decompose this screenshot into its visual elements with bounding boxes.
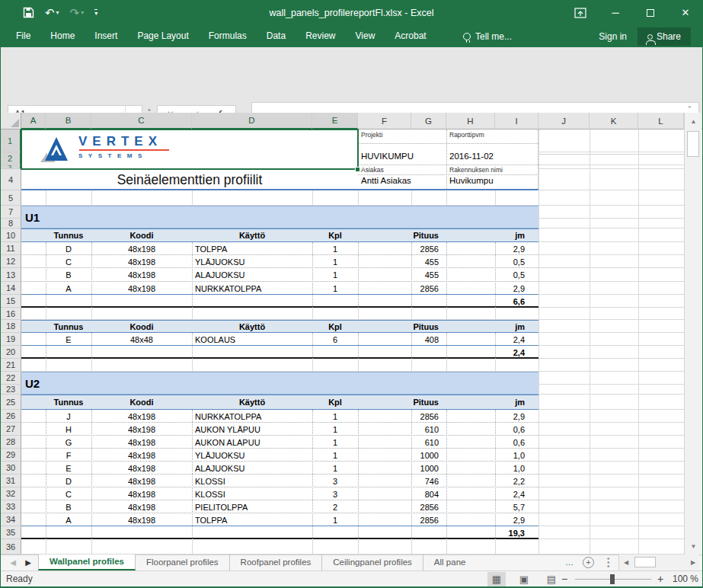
cell[interactable]: 1	[312, 255, 358, 268]
cell[interactable]: D	[46, 242, 91, 255]
cell[interactable]: 1	[312, 410, 358, 423]
row-header-8[interactable]: 8	[0, 219, 21, 228]
cell[interactable]: 2856	[358, 410, 446, 423]
cell[interactable]: 6	[312, 333, 358, 346]
zoom-in-icon[interactable]: +	[657, 571, 663, 587]
ribbon-tab-acrobat[interactable]: Acrobat	[385, 25, 436, 47]
row-header-10[interactable]: 10	[0, 228, 21, 242]
cell[interactable]: 3	[312, 475, 358, 487]
cell[interactable]: ALAJUOKSU	[192, 268, 312, 282]
cell[interactable]: 48x198	[91, 462, 192, 475]
cell[interactable]: 48x198	[91, 268, 192, 282]
column-header-C[interactable]: C	[91, 113, 192, 129]
row-header-36[interactable]: 36	[0, 539, 21, 554]
zoom-out-icon[interactable]: −	[561, 571, 567, 587]
cell[interactable]: 1000	[358, 449, 446, 462]
undo-icon[interactable]: ↶▾	[45, 7, 59, 18]
cell[interactable]: Käyttö	[192, 395, 312, 410]
cell[interactable]: 48x198	[91, 500, 192, 513]
row-header-32[interactable]: 32	[0, 487, 21, 500]
row-header-33[interactable]: 33	[0, 500, 21, 513]
vertical-scroll-thumb[interactable]	[687, 131, 699, 157]
row-header-34[interactable]: 34	[0, 513, 21, 526]
cell[interactable]: jm	[446, 320, 538, 333]
next-sheet-icon[interactable]: ▶	[21, 554, 35, 570]
redo-icon[interactable]: ↷▾	[70, 7, 85, 18]
cell[interactable]: jm	[446, 395, 538, 410]
scroll-up-icon[interactable]: ▲	[685, 113, 702, 129]
maximize-button[interactable]	[633, 0, 668, 25]
row-header-22[interactable]: 22	[0, 372, 21, 385]
cell[interactable]: C	[46, 487, 91, 500]
zoom-slider-thumb[interactable]	[610, 574, 615, 584]
cell[interactable]: 1	[312, 242, 358, 255]
cell[interactable]: KOOLAUS	[192, 333, 312, 346]
row-header-7[interactable]: 7	[0, 206, 21, 219]
cell[interactable]: ALAJUOKSU	[192, 462, 312, 475]
cell[interactable]: Tunnus	[46, 395, 91, 410]
normal-view-icon[interactable]: ▦	[487, 572, 506, 586]
cell[interactable]: 455	[358, 255, 446, 268]
sign-in-button[interactable]: Sign in	[599, 25, 627, 47]
cell[interactable]: 48x198	[91, 282, 192, 295]
cell[interactable]: AUKON ALAPUU	[192, 436, 312, 449]
cell[interactable]: 2,9	[446, 410, 538, 423]
ribbon-tab-home[interactable]: Home	[40, 25, 85, 47]
row-header-19[interactable]: 19	[0, 333, 21, 346]
cell[interactable]: YLÄJUOKSU	[192, 449, 312, 462]
row-header-2[interactable]: 2	[0, 152, 21, 165]
cell[interactable]: 0,6	[446, 423, 538, 436]
column-header-D[interactable]: D	[192, 113, 312, 129]
cell[interactable]: 408	[358, 333, 446, 346]
cell[interactable]: F	[46, 449, 91, 462]
cell[interactable]: jm	[446, 228, 538, 242]
tell-me-box[interactable]: Tell me...	[463, 25, 512, 47]
cell[interactable]: YLÄJUOKSU	[192, 255, 312, 268]
column-header-B[interactable]: B	[46, 113, 91, 129]
cell[interactable]: D	[46, 475, 91, 487]
ribbon-tab-data[interactable]: Data	[257, 25, 296, 47]
cell[interactable]: H	[46, 423, 91, 436]
cell[interactable]: 48x198	[91, 255, 192, 268]
row-header-13[interactable]: 13	[0, 268, 21, 282]
cell[interactable]: Käyttö	[192, 320, 312, 333]
cell[interactable]: Tunnus	[46, 320, 91, 333]
column-header-J[interactable]: J	[538, 113, 590, 129]
cell[interactable]: 48x198	[91, 423, 192, 436]
horizontal-scrollbar[interactable]: ◀ ▶	[618, 554, 699, 570]
cell[interactable]: 1	[312, 513, 358, 526]
cell[interactable]: 1000	[358, 462, 446, 475]
cell[interactable]: 1	[312, 462, 358, 475]
cell[interactable]: 1	[312, 423, 358, 436]
cell[interactable]: Koodi	[91, 320, 192, 333]
horizontal-scroll-thumb[interactable]	[634, 557, 656, 567]
cell[interactable]: 2,9	[446, 513, 538, 526]
scroll-down-icon[interactable]: ▼	[685, 538, 702, 554]
row-header-27[interactable]: 27	[0, 423, 21, 436]
row-header-31[interactable]: 31	[0, 475, 21, 487]
cell[interactable]: 0,5	[446, 268, 538, 282]
cell[interactable]: B	[46, 268, 91, 282]
cell[interactable]: B	[46, 500, 91, 513]
row-header-15[interactable]: 15	[0, 295, 21, 308]
close-button[interactable]: ✕	[668, 0, 703, 25]
column-header-L[interactable]: L	[638, 113, 684, 129]
column-header-E[interactable]: E	[312, 113, 358, 129]
row-header-16[interactable]: 16	[0, 308, 21, 320]
collapse-formula-bar-icon[interactable]: ⌃	[686, 105, 692, 113]
cell[interactable]: 1	[312, 436, 358, 449]
cell[interactable]: G	[46, 436, 91, 449]
fill-handle[interactable]	[355, 167, 360, 172]
sheet-tab-overflow[interactable]: …	[565, 554, 574, 570]
cell[interactable]: 1,0	[446, 449, 538, 462]
column-header-A[interactable]: A	[21, 113, 46, 129]
cell[interactable]: E	[46, 462, 91, 475]
row-header-26[interactable]: 26	[0, 410, 21, 423]
minimize-button[interactable]: ─	[598, 0, 633, 25]
customize-qat-icon[interactable]: ▾	[94, 9, 97, 17]
cell[interactable]: 48x198	[91, 475, 192, 487]
zoom-level[interactable]: 100 %	[663, 571, 698, 587]
cell[interactable]: A	[46, 513, 91, 526]
cell[interactable]: 2,9	[446, 242, 538, 255]
sheet-tab-floorpanel-profiles[interactable]: Floorpanel profiles	[136, 554, 230, 570]
